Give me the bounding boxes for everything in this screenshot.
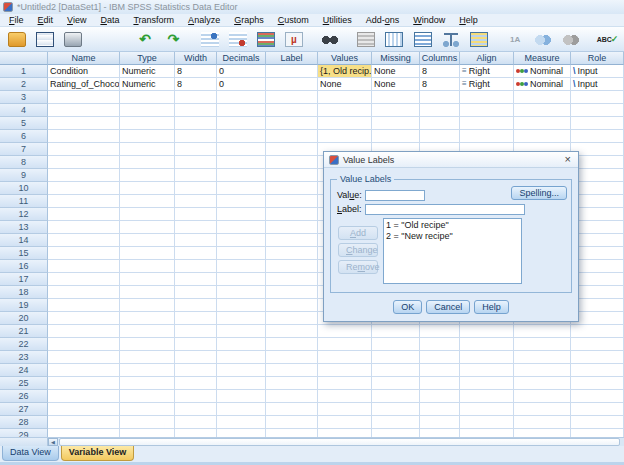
change-button[interactable]: Change <box>338 243 378 257</box>
help-button[interactable]: Help <box>474 300 509 314</box>
cell-width[interactable] <box>175 299 217 312</box>
cell-type[interactable] <box>120 325 175 338</box>
cell-measure[interactable] <box>514 429 571 437</box>
variables-button[interactable] <box>255 29 276 50</box>
cell-decimals[interactable] <box>217 208 266 221</box>
cell-missing[interactable] <box>372 364 420 377</box>
cell-type[interactable] <box>120 286 175 299</box>
cell-role[interactable]: \Input <box>571 78 624 91</box>
cell-role[interactable] <box>571 104 624 117</box>
cell-name[interactable] <box>48 377 120 390</box>
cell-label[interactable] <box>266 208 318 221</box>
cell-measure[interactable] <box>514 91 571 104</box>
weight-cases-button[interactable] <box>440 29 461 50</box>
cell-role[interactable] <box>571 351 624 364</box>
cell-width[interactable] <box>175 286 217 299</box>
goto-variable-button[interactable] <box>227 29 248 50</box>
scrollbar-left-arrow-icon[interactable]: ◀ <box>48 438 58 446</box>
cell-width[interactable] <box>175 416 217 429</box>
cell-type[interactable] <box>120 273 175 286</box>
cell-label[interactable] <box>266 247 318 260</box>
cell-role[interactable] <box>571 325 624 338</box>
cell-measure[interactable]: Nominal <box>514 65 571 78</box>
cell-align[interactable] <box>460 91 514 104</box>
cell-missing[interactable] <box>372 325 420 338</box>
cell-align[interactable] <box>460 429 514 437</box>
column-header-values[interactable]: Values <box>318 52 372 65</box>
cell-type[interactable] <box>120 104 175 117</box>
cell-role[interactable] <box>571 416 624 429</box>
cell-name[interactable] <box>48 117 120 130</box>
cell-missing[interactable] <box>372 338 420 351</box>
cell-align[interactable] <box>460 390 514 403</box>
column-header-label[interactable]: Label <box>266 52 318 65</box>
close-icon[interactable]: × <box>563 154 573 165</box>
cell-label[interactable] <box>266 117 318 130</box>
cell-columns[interactable] <box>420 338 460 351</box>
cell-columns[interactable] <box>420 364 460 377</box>
cell-role[interactable]: \Input <box>571 65 624 78</box>
cell-columns[interactable] <box>420 390 460 403</box>
cell-columns[interactable] <box>420 130 460 143</box>
cell-width[interactable] <box>175 104 217 117</box>
menu-transform[interactable]: Transform <box>126 15 181 25</box>
cell-name[interactable] <box>48 156 120 169</box>
cell-missing[interactable] <box>372 403 420 416</box>
cell-label[interactable] <box>266 338 318 351</box>
cell-align[interactable]: ≡Right <box>460 78 514 91</box>
cell-decimals[interactable] <box>217 377 266 390</box>
cell-label[interactable] <box>266 299 318 312</box>
cell-type[interactable] <box>120 338 175 351</box>
cell-width[interactable] <box>175 91 217 104</box>
cell-width[interactable] <box>175 364 217 377</box>
row-header[interactable]: 2 <box>0 78 48 91</box>
cell-values[interactable] <box>318 429 372 437</box>
row-header[interactable]: 25 <box>0 377 48 390</box>
row-header[interactable]: 19 <box>0 299 48 312</box>
row-header[interactable]: 1 <box>0 65 48 78</box>
cell-missing[interactable] <box>372 416 420 429</box>
row-header[interactable]: 12 <box>0 208 48 221</box>
label-input[interactable] <box>365 204 525 215</box>
cell-missing[interactable] <box>372 130 420 143</box>
cell-type[interactable] <box>120 143 175 156</box>
cell-type[interactable]: Numeric <box>120 78 175 91</box>
cell-width[interactable] <box>175 156 217 169</box>
cell-type[interactable] <box>120 182 175 195</box>
cell-align[interactable] <box>460 325 514 338</box>
cell-align[interactable] <box>460 104 514 117</box>
cell-label[interactable] <box>266 91 318 104</box>
cell-width[interactable] <box>175 143 217 156</box>
cell-type[interactable] <box>120 234 175 247</box>
menu-addons[interactable]: Add-ons <box>359 15 407 25</box>
row-header[interactable]: 9 <box>0 169 48 182</box>
cell-role[interactable] <box>571 117 624 130</box>
column-header-missing[interactable]: Missing <box>372 52 420 65</box>
column-header-measure[interactable]: Measure <box>514 52 571 65</box>
cell-name[interactable] <box>48 208 120 221</box>
cell-role[interactable] <box>571 429 624 437</box>
cell-missing[interactable] <box>372 429 420 437</box>
cell-decimals[interactable] <box>217 169 266 182</box>
row-header[interactable]: 7 <box>0 143 48 156</box>
value-label-list-item[interactable]: 1 = "Old recipe" <box>386 220 519 231</box>
cell-label[interactable] <box>266 429 318 437</box>
cell-role[interactable] <box>571 130 624 143</box>
cell-name[interactable] <box>48 364 120 377</box>
run-descriptives-button[interactable]: µ <box>283 29 304 50</box>
column-header-decimals[interactable]: Decimals <box>217 52 266 65</box>
cell-role[interactable] <box>571 377 624 390</box>
row-header[interactable]: 8 <box>0 156 48 169</box>
cell-measure[interactable] <box>514 364 571 377</box>
cell-align[interactable] <box>460 117 514 130</box>
value-input[interactable] <box>365 190 425 201</box>
recall-dialogs-button[interactable] <box>98 29 119 50</box>
cell-label[interactable] <box>266 312 318 325</box>
title-bar[interactable]: *Untitled2 [DataSet1] - IBM SPSS Statist… <box>0 0 624 14</box>
cell-label[interactable] <box>266 377 318 390</box>
ok-button[interactable]: OK <box>393 300 422 314</box>
row-header[interactable]: 11 <box>0 195 48 208</box>
cell-decimals[interactable] <box>217 195 266 208</box>
cell-values[interactable] <box>318 403 372 416</box>
tab-data-view[interactable]: Data View <box>2 446 59 461</box>
